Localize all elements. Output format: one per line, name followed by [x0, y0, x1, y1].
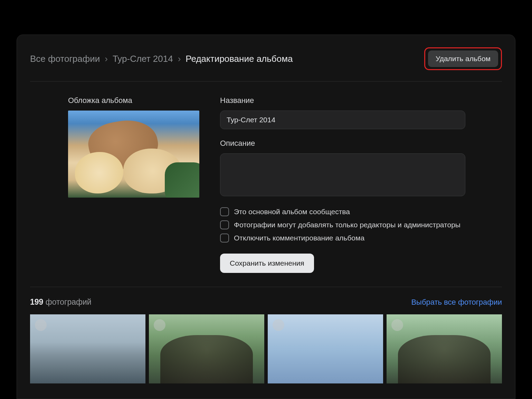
- checkbox-disable-comments[interactable]: Отключить комментирование альбома: [220, 234, 502, 243]
- album-cover-image[interactable]: [68, 111, 199, 198]
- breadcrumb-current: Редактирование альбома: [186, 54, 293, 64]
- description-label: Описание: [220, 139, 502, 148]
- photo-grid: [30, 314, 502, 383]
- photo-thumbnail[interactable]: [268, 314, 383, 383]
- header-row: Все фотографии › Тур-Слет 2014 › Редакти…: [30, 47, 502, 82]
- checkbox-editors-only[interactable]: Фотографии могут добавлять только редакт…: [220, 220, 502, 229]
- photo-thumbnail[interactable]: [387, 314, 502, 383]
- checkbox-icon: [220, 220, 229, 229]
- breadcrumb-root-link[interactable]: Все фотографии: [30, 54, 100, 64]
- photo-thumbnail[interactable]: [149, 314, 264, 383]
- checkbox-icon: [220, 234, 229, 243]
- checkbox-main-album[interactable]: Это основной альбом сообщества: [220, 207, 502, 216]
- title-label: Название: [220, 96, 502, 105]
- edit-body: Обложка альбома Название Описание: [30, 82, 502, 287]
- photo-count-suffix: фотографий: [46, 297, 92, 306]
- checkbox-icon: [220, 207, 229, 216]
- delete-album-button[interactable]: Удалить альбом: [428, 50, 498, 67]
- chevron-right-icon: ›: [178, 54, 181, 64]
- chevron-right-icon: ›: [105, 54, 108, 64]
- select-circle-icon[interactable]: [154, 319, 165, 331]
- photo-count-number: 199: [30, 297, 43, 306]
- form-column: Название Описание Это основной альбом со…: [220, 96, 502, 273]
- select-all-link[interactable]: Выбрать все фотографии: [411, 298, 502, 307]
- description-textarea[interactable]: [220, 153, 465, 196]
- breadcrumb-album-link[interactable]: Тур-Слет 2014: [113, 54, 173, 64]
- checkbox-label: Это основной альбом сообщества: [234, 208, 350, 216]
- album-edit-panel: Все фотографии › Тур-Слет 2014 › Редакти…: [17, 35, 515, 399]
- checkbox-label: Фотографии могут добавлять только редакт…: [234, 221, 460, 229]
- title-input[interactable]: [220, 111, 465, 129]
- breadcrumb: Все фотографии › Тур-Слет 2014 › Редакти…: [30, 54, 293, 64]
- select-circle-icon[interactable]: [391, 319, 403, 331]
- checkbox-label: Отключить комментирование альбома: [234, 234, 364, 242]
- save-button[interactable]: Сохранить изменения: [220, 254, 314, 273]
- select-circle-icon[interactable]: [273, 319, 284, 331]
- photo-count: 199 фотографий: [30, 297, 92, 307]
- photos-footer: 199 фотографий Выбрать все фотографии: [30, 287, 502, 314]
- photo-thumbnail[interactable]: [30, 314, 145, 383]
- select-circle-icon[interactable]: [35, 319, 47, 331]
- cover-column: Обложка альбома: [68, 96, 199, 273]
- delete-button-highlight: Удалить альбом: [424, 47, 502, 70]
- checkbox-group: Это основной альбом сообщества Фотографи…: [220, 207, 502, 243]
- cover-label: Обложка альбома: [68, 96, 199, 105]
